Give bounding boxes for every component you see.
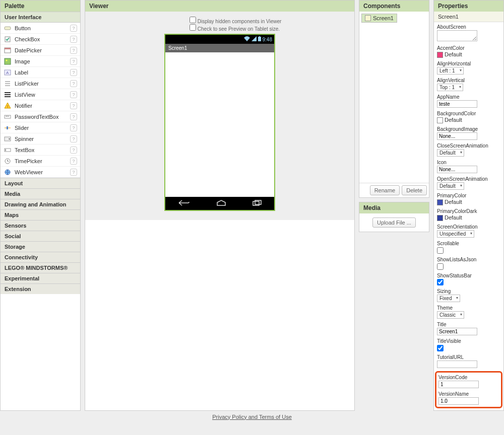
- help-icon[interactable]: ?: [70, 47, 77, 54]
- palette-item-slider[interactable]: Slider?: [1, 122, 80, 133]
- palette-category-sensors[interactable]: Sensors: [1, 220, 80, 231]
- palette-item-datepicker[interactable]: DatePicker?: [1, 45, 80, 56]
- properties-title: Properties: [434, 1, 503, 12]
- palette-category-lego-mindstorms-[interactable]: LEGO® MINDSTORMS®: [1, 262, 80, 273]
- palette-item-listview[interactable]: ListView?: [1, 89, 80, 100]
- help-icon[interactable]: ?: [70, 80, 77, 87]
- prop-about-input[interactable]: [437, 30, 477, 41]
- palette-item-label: Image: [15, 58, 70, 64]
- phone-screen[interactable]: [165, 52, 274, 197]
- phone-preview: 9:48 Screen1: [164, 34, 275, 211]
- palette-category-layout[interactable]: Layout: [1, 178, 80, 188]
- palette-item-label: WebViewer: [15, 169, 70, 175]
- help-icon[interactable]: ?: [70, 25, 77, 32]
- prop-alignh-select[interactable]: Left : 1: [437, 67, 464, 75]
- help-icon[interactable]: ?: [70, 158, 77, 165]
- help-icon[interactable]: ?: [70, 36, 77, 43]
- palette-item-listpicker[interactable]: ListPicker?: [1, 78, 80, 89]
- components-panel: Components Screen1 Rename Delete: [359, 0, 429, 198]
- button-icon: [4, 24, 12, 32]
- viewer-opt-tablet[interactable]: Check to see Preview on Tablet size.: [190, 24, 305, 32]
- svg-rect-12: [5, 94, 11, 95]
- viewer-opt-hidden-checkbox[interactable]: [190, 17, 196, 23]
- prop-vername-input[interactable]: [438, 397, 479, 405]
- primarydark-color-swatch[interactable]: [437, 215, 443, 221]
- battery-icon: [258, 36, 261, 42]
- help-icon[interactable]: ?: [70, 58, 77, 65]
- prop-sizing-select[interactable]: Fixed: [437, 295, 460, 302]
- palette-category-drawing-and-animation[interactable]: Drawing and Animation: [1, 199, 80, 209]
- help-icon[interactable]: ?: [70, 135, 77, 142]
- rename-button[interactable]: Rename: [370, 185, 400, 195]
- help-icon[interactable]: ?: [70, 124, 77, 131]
- palette-item-label: CheckBox: [15, 36, 70, 42]
- prop-title-label: Title: [437, 322, 500, 327]
- palette-item-label: PasswordTextBox: [15, 114, 70, 120]
- prop-showlists-checkbox[interactable]: [437, 263, 444, 270]
- viewer-opt-tablet-checkbox[interactable]: [190, 24, 196, 31]
- prop-title-input[interactable]: [437, 328, 477, 335]
- viewer-opt-hidden[interactable]: Display hidden components in Viewer: [190, 17, 305, 24]
- prop-scrollable-checkbox[interactable]: [437, 247, 444, 254]
- prop-titlevis-checkbox[interactable]: [437, 345, 444, 351]
- prop-tuturl-input[interactable]: [437, 360, 477, 368]
- palette-category-storage[interactable]: Storage: [1, 241, 80, 252]
- prop-orient-select[interactable]: Unspecified: [437, 230, 474, 238]
- screen-icon: [365, 15, 371, 21]
- palette-item-notifier[interactable]: !Notifier?: [1, 100, 80, 111]
- upload-file-button[interactable]: Upload File ...: [372, 218, 416, 228]
- component-item-screen1[interactable]: Screen1: [361, 14, 397, 23]
- svg-rect-18: [7, 126, 8, 129]
- footer-privacy-link[interactable]: Privacy Policy and Terms of Use: [212, 414, 292, 420]
- listview-icon: [4, 91, 12, 99]
- prop-bgimg-input[interactable]: [437, 132, 477, 140]
- prop-vername-label: VersionName: [438, 391, 499, 397]
- checkbox-icon: [4, 35, 12, 43]
- properties-component-name: Screen1: [434, 12, 503, 22]
- palette-category-social[interactable]: Social: [1, 231, 80, 241]
- prop-theme-select[interactable]: Classic: [437, 311, 464, 319]
- prop-bgcolor-label: BackgroundColor: [437, 111, 500, 116]
- primary-color-swatch[interactable]: [437, 199, 443, 205]
- help-icon[interactable]: ?: [70, 113, 77, 120]
- accent-color-swatch[interactable]: [437, 52, 443, 58]
- palette-category-ui[interactable]: User Interface: [1, 12, 80, 23]
- palette-item-spinner[interactable]: Spinner?: [1, 133, 80, 144]
- prop-bgimg-label: BackgroundImage: [437, 126, 500, 132]
- palette-item-textbox[interactable]: TextBox?: [1, 144, 80, 156]
- palette-category-maps[interactable]: Maps: [1, 209, 80, 220]
- help-icon[interactable]: ?: [70, 91, 77, 98]
- footer: Privacy Policy and Terms of Use: [0, 411, 504, 423]
- delete-button[interactable]: Delete: [402, 185, 427, 195]
- prop-openanim-label: OpenScreenAnimation: [437, 176, 500, 182]
- help-icon[interactable]: ?: [70, 69, 77, 76]
- help-icon[interactable]: ?: [70, 102, 77, 109]
- palette-item-webviewer[interactable]: WebViewer?: [1, 167, 80, 178]
- nav-back-icon: [178, 200, 190, 207]
- prop-openanim-select[interactable]: Default: [437, 182, 464, 190]
- prop-icon-input[interactable]: [437, 166, 477, 173]
- palette-item-passwordtextbox[interactable]: ***PasswordTextBox?: [1, 111, 80, 122]
- prop-showstatus-checkbox[interactable]: [437, 279, 444, 285]
- palette-item-checkbox[interactable]: CheckBox?: [1, 34, 80, 45]
- palette-category-experimental[interactable]: Experimental: [1, 273, 80, 283]
- palette-category-connectivity[interactable]: Connectivity: [1, 252, 80, 262]
- palette-item-image[interactable]: Image?: [1, 56, 80, 67]
- prop-showstatus-label: ShowStatusBar: [437, 273, 500, 278]
- help-icon[interactable]: ?: [70, 147, 77, 154]
- prop-closeanim-select[interactable]: Default: [437, 149, 464, 157]
- palette-category-extension[interactable]: Extension: [1, 283, 80, 294]
- prop-vercode-input[interactable]: [438, 381, 479, 388]
- svg-point-5: [6, 59, 8, 61]
- svg-rect-10: [5, 85, 10, 86]
- svg-rect-4: [5, 58, 11, 64]
- palette-item-timepicker[interactable]: TimePicker?: [1, 156, 80, 167]
- bgcolor-swatch[interactable]: [437, 117, 443, 123]
- palette-category-media[interactable]: Media: [1, 188, 80, 199]
- palette-item-label[interactable]: ALabel?: [1, 67, 80, 78]
- prop-alignv-select[interactable]: Top : 1: [437, 84, 463, 91]
- prop-appname-input[interactable]: [437, 100, 477, 108]
- palette-item-button[interactable]: Button?: [1, 23, 80, 34]
- prop-primarydark-label: PrimaryColorDark: [437, 208, 500, 214]
- help-icon[interactable]: ?: [70, 169, 77, 176]
